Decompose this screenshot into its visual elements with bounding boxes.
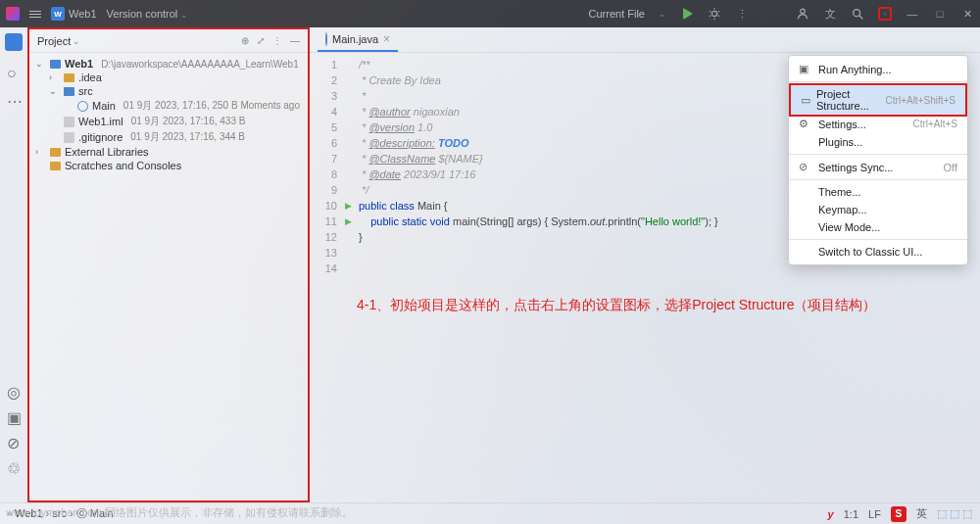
more-button[interactable]: ⋮	[735, 7, 749, 21]
vcs-tool-button[interactable]: ♲	[7, 459, 21, 473]
tree-external-libs[interactable]: ›External Libraries	[35, 145, 302, 159]
project-panel-title: Project	[37, 35, 71, 47]
search-icon[interactable]	[851, 7, 864, 21]
editor-tab-main[interactable]: Main.java ×	[318, 27, 398, 52]
run-config[interactable]: Current File	[589, 8, 645, 20]
line-ending[interactable]: LF	[868, 508, 881, 520]
titlebar: W Web1 Version control ⌄ Current File ⌄ …	[0, 0, 980, 27]
settings-gear-button[interactable]	[878, 7, 892, 21]
menu-settings[interactable]: ⚙Settings...Ctrl+Alt+S	[789, 115, 967, 133]
tree-scratches[interactable]: Scratches and Consoles	[35, 159, 302, 172]
run-gutter: ▶▶	[345, 57, 359, 502]
services-tool-button[interactable]: ◎	[7, 383, 21, 397]
debug-button[interactable]	[708, 7, 721, 21]
structure-tool-button[interactable]: ⋯	[7, 92, 21, 106]
project-panel-header[interactable]: Project ⌄ ⊕ ⤢ ⋮ —	[29, 29, 308, 53]
menu-plugins[interactable]: Plugins...	[789, 133, 967, 151]
project-name: Web1	[69, 8, 97, 20]
watermark-text: www.toymoban.com 网络图片仅供展示，非存储，如有侵权请联系删除。	[6, 505, 353, 520]
svg-point-2	[854, 10, 860, 17]
tree-root[interactable]: ⌄Web1D:\javaworkspace\AAAAAAAAA_Learn\We…	[35, 57, 302, 71]
tree-file-gitignore[interactable]: .gitignore01 9月 2023, 17:16, 344 B	[35, 129, 302, 145]
ide-logo-icon	[6, 7, 20, 21]
tree-file-main[interactable]: Main01 9月 2023, 17:16, 250 B Moments ago	[35, 98, 302, 114]
tree-folder-idea[interactable]: ›.idea	[35, 71, 302, 84]
run-button[interactable]	[680, 7, 694, 21]
select-opened-icon[interactable]: ⊕	[241, 35, 249, 46]
code-with-me-icon[interactable]	[796, 7, 809, 21]
vcs-widget[interactable]: Version control ⌄	[107, 8, 189, 20]
svg-point-1	[801, 9, 805, 13]
terminal-tool-button[interactable]: ▣	[7, 408, 21, 422]
tree-file-iml[interactable]: Web1.iml01 9月 2023, 17:16, 433 B	[35, 114, 302, 129]
maximize-button[interactable]: □	[933, 7, 947, 21]
main-menu-button[interactable]	[29, 11, 41, 18]
menu-project-structure[interactable]: ▭Project Structure...Ctrl+Alt+Shift+S	[789, 83, 967, 117]
close-window-button[interactable]: ✕	[960, 7, 974, 21]
menu-keymap[interactable]: Keymap...	[789, 201, 967, 218]
menu-settings-sync[interactable]: ⊘Settings Sync...Off	[789, 158, 967, 176]
left-tool-rail: ○ ⋯ ◎ ▣ ⊘ ♲	[0, 27, 27, 502]
tutorial-annotation: 4-1、初始项目是这样的，点击右上角的设置图标，选择Project Struct…	[357, 297, 877, 314]
hide-icon[interactable]: —	[290, 35, 300, 46]
svg-point-0	[711, 11, 716, 16]
menu-run-anything[interactable]: ▣Run Anything...	[789, 60, 967, 78]
ime-label[interactable]: 英	[916, 506, 927, 521]
editor-tabs: Main.java ×	[310, 27, 980, 53]
commit-tool-button[interactable]: ○	[7, 65, 21, 78]
svg-point-3	[885, 14, 886, 15]
youdao-icon[interactable]: y	[828, 508, 834, 520]
menu-classic-ui[interactable]: Switch to Classic UI...	[789, 243, 967, 261]
settings-popup-menu: ▣Run Anything... ▭Project Structure...Ct…	[788, 55, 968, 265]
project-tool-button[interactable]	[5, 33, 23, 51]
tab-label: Main.java	[332, 33, 378, 45]
caret-position[interactable]: 1:1	[844, 508, 858, 520]
project-panel: Project ⌄ ⊕ ⤢ ⋮ — ⌄Web1D:\javaworkspace\…	[27, 27, 310, 502]
project-selector[interactable]: W Web1	[51, 7, 97, 21]
project-tree[interactable]: ⌄Web1D:\javaworkspace\AAAAAAAAA_Learn\We…	[29, 53, 308, 500]
line-gutter: 1234567891011121314	[310, 57, 345, 502]
tray-icons[interactable]: ⬚ ⬚ ⬚	[937, 507, 972, 520]
chevron-down-icon: ⌄	[73, 36, 80, 46]
menu-theme[interactable]: Theme...	[789, 183, 967, 201]
expand-all-icon[interactable]: ⤢	[257, 35, 265, 46]
translate-icon[interactable]: 文	[823, 7, 837, 21]
tree-folder-src[interactable]: ⌄src	[35, 84, 302, 98]
ime-badge[interactable]: S	[891, 506, 906, 522]
minimize-button[interactable]: —	[906, 7, 919, 21]
menu-view-mode[interactable]: View Mode...	[789, 218, 967, 236]
settings-icon[interactable]: ⋮	[272, 35, 282, 46]
project-icon: W	[51, 7, 65, 21]
close-tab-icon[interactable]: ×	[383, 32, 390, 46]
problems-tool-button[interactable]: ⊘	[7, 434, 21, 448]
